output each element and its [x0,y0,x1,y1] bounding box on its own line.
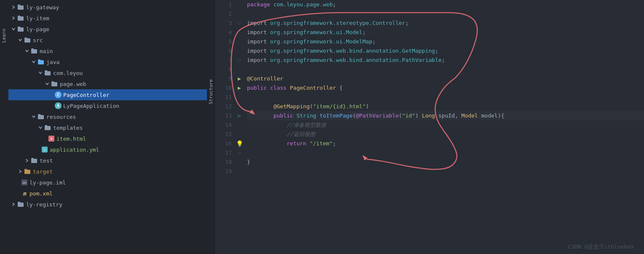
token-ann: @Controller [247,74,283,83]
line-number-4: 4 [215,28,232,37]
tree-item-java[interactable]: java [8,56,215,67]
gutter-line-16: 💡 [235,139,244,148]
code-line-4: import org.springframework.ui.Model; [247,28,644,37]
code-content[interactable]: package com.leyou.page.web; import org.s… [244,0,644,254]
gutter-line-15 [235,130,244,139]
tree-item-resources[interactable]: resources [8,111,215,122]
tree-item-page.web[interactable]: page.web [8,78,215,89]
folder-arrow-ly-item[interactable] [10,15,17,21]
fold-icon-7[interactable]: ◻ [238,56,241,65]
tree-item-pom.xml[interactable]: mpom.xml [8,188,215,199]
code-line-2 [247,9,644,19]
folder-arrow-resources[interactable] [30,113,37,120]
iml-file-icon: iml [21,179,28,186]
learn-tab[interactable]: Learn [0,25,8,46]
tree-item-templates[interactable]: templates [8,122,215,133]
folder-icon-ly-gateway [17,3,24,11]
line-number-15: 15 [215,130,232,139]
folder-arrow-com.leyou[interactable] [37,70,44,76]
token-tx [247,111,274,120]
gutter-line-19 [235,167,244,176]
code-line-16: return "/item"; [247,139,644,148]
line-number-16: 16 [215,139,232,148]
tree-label-LyPageApplication: LyPageApplication [63,103,119,109]
folder-icon-ly-item [17,14,24,22]
line-number-7: 7 [215,56,232,65]
folder-arrow-test[interactable] [24,157,30,164]
gutter-line-5 [235,37,244,46]
code-editor: 12345678910111213141516171819 ◻◻▶▶▷💡◻ pa… [215,0,644,254]
token-str: "/item" [310,139,333,148]
folder-arrow-ly-gateway[interactable] [10,4,17,11]
tree-item-ly-item[interactable]: ly-item [8,13,215,24]
tree-item-test[interactable]: test [8,155,215,166]
folder-icon-test [30,157,38,164]
line-number-11: 11 [215,93,232,102]
fold-icon-17[interactable]: ◻ [238,148,241,158]
tree-label-PageController: PageController [63,92,110,98]
tree-item-LyPageApplication[interactable]: ALyPageApplication [8,100,215,111]
token-imp: com.leyou.page.web [274,0,333,9]
bulb-icon[interactable]: 💡 [236,139,243,148]
svg-text:Y: Y [44,148,46,151]
tree-item-ly-gateway[interactable]: ly-gateway [8,2,215,13]
folder-arrow-templates[interactable] [37,124,44,131]
run-icon-10[interactable]: ▶ [238,83,241,93]
folder-arrow-ly-registry[interactable] [10,201,17,208]
tree-label-main: main [40,48,53,54]
java-app-icon: A [55,102,62,109]
folder-icon-target [24,168,31,175]
tree-label-ly-gateway: ly-gateway [26,4,59,11]
folder-arrow-target[interactable] [17,168,24,175]
watermark: CSDN @蓝盒子itbluebox [568,243,634,251]
java-class-icon: C [55,91,62,98]
folder-arrow-main[interactable] [24,48,30,54]
token-imp: org.springframework.web.bind.annotation.… [270,46,435,56]
tree-item-ly-registry[interactable]: ly-registry [8,199,215,210]
tree-item-main[interactable]: main [8,45,215,56]
tree-label-application.yml: application.yml [50,147,99,153]
run-hollow-icon[interactable]: ▷ [238,111,241,120]
line-number-1: 1 [215,0,232,9]
token-tx [247,102,274,111]
tree-item-application.yml[interactable]: Yapplication.yml [8,144,215,155]
tree-item-PageController[interactable]: CPageController [8,89,215,100]
token-tx: } [247,158,250,167]
token-cm: //返回视图 [287,130,315,139]
line-number-8: 8 [215,65,232,74]
folder-icon-page.web [51,80,58,88]
token-imp: org.springframework.ui.ModelMap [270,37,373,46]
folder-arrow-java[interactable] [30,59,37,65]
project-tree: ly-gatewayly-itemly-pagesrcmainjavacom.l… [0,0,215,254]
tree-item-ly-page.iml[interactable]: imlly-page.iml [8,177,215,188]
html-file-icon: H [48,135,55,142]
gutter-line-3: ◻ [235,19,244,28]
token-tx: ) [415,111,422,120]
tree-item-item.html[interactable]: Hitem.html [8,133,215,144]
tree-item-target[interactable]: target [8,166,215,177]
folder-icon-java [37,58,45,66]
tree-item-com.leyou[interactable]: com.leyou [8,67,215,78]
gutter-line-7: ◻ [235,56,244,65]
token-cn: PageController [290,83,339,93]
structure-tab[interactable]: Structure [207,76,215,108]
run-icon-9[interactable]: ▶ [238,74,241,83]
folder-arrow-ly-page[interactable] [10,26,17,32]
line-number-14: 14 [215,120,232,130]
token-fn: toItemPage [319,111,352,120]
code-line-6: import org.springframework.web.bind.anno… [247,46,644,56]
file-tree-panel: Learn ly-gatewayly-itemly-pagesrcmainjav… [0,0,215,254]
tree-item-ly-page[interactable]: ly-page [8,24,215,35]
token-kw: return [287,139,310,148]
folder-arrow-src[interactable] [17,37,24,43]
fold-icon-3[interactable]: ◻ [238,19,241,28]
tree-item-src[interactable]: src [8,35,215,45]
svg-text:H: H [51,137,52,141]
tree-label-page.web: page.web [60,81,86,87]
pom-file-icon: m [21,190,28,197]
token-tx [247,148,260,158]
line-number-12: 12 [215,102,232,111]
gutter-line-4 [235,28,244,37]
folder-icon-templates [44,124,51,131]
folder-arrow-page.web[interactable] [44,80,51,87]
